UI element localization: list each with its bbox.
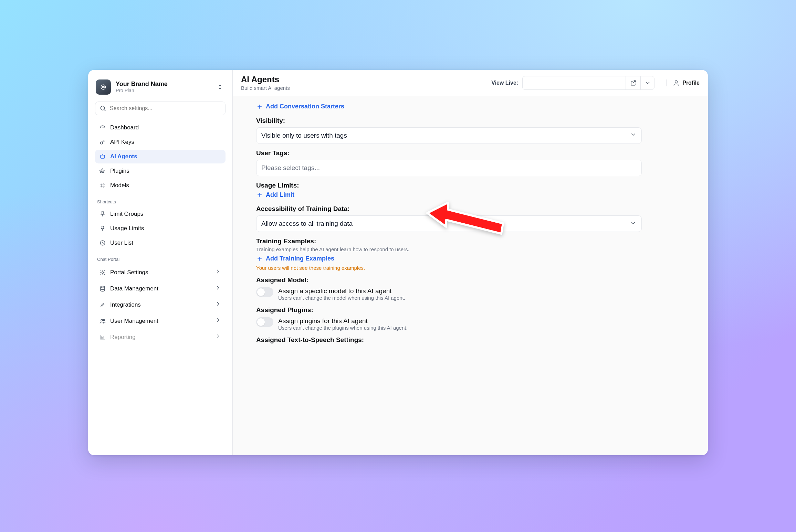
sidebar-item-portal-settings[interactable]: Portal Settings <box>95 265 226 280</box>
brand-switcher[interactable]: Your Brand Name Pro Plan <box>93 77 228 98</box>
svg-point-0 <box>101 85 105 89</box>
pin-icon <box>99 211 106 217</box>
sidebar-section-shortcuts: Shortcuts <box>97 199 223 204</box>
visibility-label: Visibility: <box>256 117 642 125</box>
assigned-plugins-label: Assigned Plugins: <box>256 306 642 314</box>
sidebar-item-api-keys[interactable]: API Keys <box>95 135 226 149</box>
svg-rect-3 <box>101 155 105 158</box>
svg-rect-4 <box>101 184 104 187</box>
content-scroll[interactable]: Add Conversation Starters Visibility: Vi… <box>233 96 708 455</box>
training-examples-label: Training Examples: <box>256 237 642 245</box>
chevron-right-icon <box>214 268 221 277</box>
sidebar-section-chat-portal: Chat Portal <box>97 257 223 262</box>
training-access-select[interactable]: Allow access to all training data <box>256 215 642 232</box>
sidebar-item-label: Portal Settings <box>110 269 148 276</box>
sidebar-item-label: Plugins <box>110 168 129 174</box>
gear-icon <box>99 269 106 276</box>
sidebar-item-dashboard[interactable]: Dashboard <box>95 121 226 135</box>
add-training-examples-button[interactable]: Add Training Examples <box>256 255 334 262</box>
brand-name: Your Brand Name <box>116 81 168 88</box>
sidebar-item-label: Models <box>110 182 129 189</box>
sidebar-item-integrations[interactable]: Integrations <box>95 297 226 312</box>
sidebar-item-label: User Management <box>110 318 158 324</box>
add-conversation-starters-button[interactable]: Add Conversation Starters <box>256 103 344 110</box>
user-tags-label: User Tags: <box>256 149 642 157</box>
visibility-select[interactable]: Visible only to users with tags <box>256 127 642 144</box>
sidebar-item-label: Integrations <box>110 301 141 308</box>
svg-point-10 <box>675 81 678 83</box>
svg-point-2 <box>100 142 103 144</box>
chevrons-up-down-icon <box>217 84 223 91</box>
sidebar: Your Brand Name Pro Plan Dashboard API K… <box>88 70 233 455</box>
assigned-model-toggle[interactable] <box>256 287 273 297</box>
brand-plan: Pro Plan <box>116 88 168 94</box>
search-input[interactable] <box>109 105 221 112</box>
view-live-dropdown[interactable] <box>641 76 654 90</box>
tools-icon <box>99 301 106 308</box>
sidebar-item-label: Dashboard <box>110 124 139 131</box>
page-subtitle: Build smart AI agents <box>241 85 290 91</box>
usage-limits-label: Usage Limits: <box>256 182 642 189</box>
chevron-right-icon <box>214 300 221 309</box>
sidebar-item-label: Data Management <box>110 285 158 292</box>
sidebar-item-plugins[interactable]: Plugins <box>95 164 226 178</box>
visibility-value: Visible only to users with tags <box>261 132 347 139</box>
sidebar-item-label: User List <box>110 240 133 246</box>
puzzle-icon <box>99 168 106 174</box>
view-live-label: View Live: <box>491 80 518 86</box>
view-live: View Live: <box>491 76 654 90</box>
assigned-plugins-toggle[interactable] <box>256 317 273 327</box>
view-live-url[interactable] <box>522 76 626 90</box>
training-examples-helper: Training examples help the AI agent lear… <box>256 246 642 252</box>
svg-point-7 <box>101 286 105 288</box>
sidebar-item-label: Usage Limits <box>110 225 144 232</box>
chevron-right-icon <box>214 284 221 293</box>
plus-icon <box>256 103 263 110</box>
page-title: AI Agents <box>241 75 290 84</box>
sidebar-item-models[interactable]: Models <box>95 179 226 192</box>
sidebar-item-usage-limits[interactable]: Usage Limits <box>95 222 226 235</box>
brand-switch-icon[interactable] <box>215 82 225 92</box>
assigned-plugins-sub: Users can't change the plugins when usin… <box>278 325 408 331</box>
training-access-value: Allow access to all training data <box>261 220 353 227</box>
assigned-model-title: Assign a specific model to this AI agent <box>278 287 405 295</box>
search-input-wrap[interactable] <box>95 102 226 115</box>
sidebar-item-label: Reporting <box>110 334 136 341</box>
link-label: Add Training Examples <box>266 255 334 262</box>
app-window: Your Brand Name Pro Plan Dashboard API K… <box>88 70 708 455</box>
pin-icon <box>99 225 106 232</box>
user-tags-placeholder: Please select tags... <box>261 164 320 172</box>
sidebar-item-reporting[interactable]: Reporting <box>95 329 226 345</box>
assigned-model-label: Assigned Model: <box>256 276 642 284</box>
assigned-plugins-title: Assign plugins for this AI agent <box>278 317 408 325</box>
profile-label: Profile <box>682 80 700 86</box>
svg-point-8 <box>101 319 103 321</box>
sidebar-item-user-management[interactable]: User Management <box>95 313 226 329</box>
search-icon <box>100 105 106 112</box>
open-external-button[interactable] <box>626 76 641 90</box>
svg-point-1 <box>101 106 105 110</box>
external-link-icon <box>630 79 637 86</box>
user-icon <box>673 79 680 86</box>
chart-icon <box>99 334 106 341</box>
sidebar-item-user-list[interactable]: User List <box>95 236 226 250</box>
robot-icon <box>99 153 106 160</box>
training-examples-note: Your users will not see these training e… <box>256 265 642 271</box>
sidebar-item-data-management[interactable]: Data Management <box>95 281 226 296</box>
training-access-label: Accessibility of Training Data: <box>256 205 642 213</box>
sidebar-item-ai-agents[interactable]: AI Agents <box>95 150 226 163</box>
add-limit-button[interactable]: Add Limit <box>256 191 294 199</box>
profile-link[interactable]: Profile <box>666 79 700 86</box>
key-icon <box>99 139 106 146</box>
plus-icon <box>256 255 263 262</box>
chevron-right-icon <box>214 317 221 325</box>
main: AI Agents Build smart AI agents View Liv… <box>233 70 708 455</box>
assigned-tts-label: Assigned Text-to-Speech Settings: <box>256 336 642 344</box>
brand-logo <box>96 79 111 95</box>
database-icon <box>99 285 106 292</box>
user-tags-select[interactable]: Please select tags... <box>256 160 642 176</box>
cpu-icon <box>99 182 106 189</box>
chevron-right-icon <box>214 333 221 341</box>
sidebar-item-limit-groups[interactable]: Limit Groups <box>95 207 226 221</box>
sidebar-nav: Dashboard API Keys AI Agents Plugins Mod… <box>93 121 228 345</box>
